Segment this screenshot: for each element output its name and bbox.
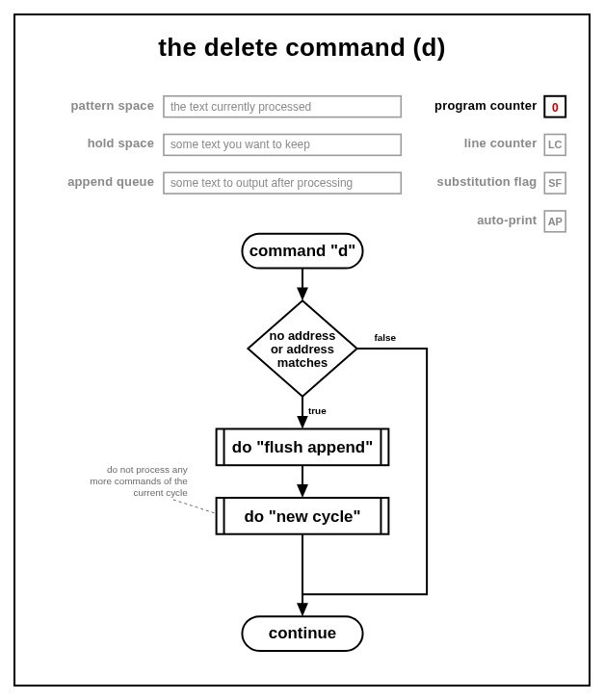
field-value: the text currently processed bbox=[171, 100, 311, 114]
field-value: some text to output after processing bbox=[171, 176, 353, 190]
field-label: append queue bbox=[67, 174, 154, 189]
field-label: pattern space bbox=[71, 98, 155, 113]
register-program-counter: program counter 0 bbox=[434, 96, 565, 117]
annotation-l3: current cycle bbox=[134, 487, 189, 498]
register-code: AP bbox=[548, 216, 563, 227]
flow-start: command "d" bbox=[242, 234, 362, 269]
flow-end-label: continue bbox=[269, 624, 336, 642]
false-label: false bbox=[374, 332, 396, 343]
flow-decision-l1: no address bbox=[270, 328, 336, 343]
diagram-frame: the delete command (d) pattern space the… bbox=[13, 13, 591, 687]
register-line-counter: line counter LC bbox=[464, 135, 565, 156]
flow-decision-l2: or address bbox=[271, 342, 334, 356]
flow-start-label: command "d" bbox=[249, 242, 356, 260]
flow-step-2-label: do "new cycle" bbox=[244, 507, 360, 526]
register-auto-print: auto-print AP bbox=[477, 211, 565, 232]
flow-step-1-label: do "flush append" bbox=[232, 438, 373, 456]
register-label: auto-print bbox=[477, 213, 538, 227]
true-label: true bbox=[308, 405, 327, 416]
diagram-svg: pattern space the text currently process… bbox=[15, 15, 589, 685]
svg-line-16 bbox=[173, 500, 215, 513]
register-code: LC bbox=[548, 139, 563, 150]
flow-step-2: do "new cycle" bbox=[217, 498, 389, 534]
annotation-l2: more commands of the bbox=[90, 476, 188, 486]
flow-decision: no address or address matches bbox=[248, 300, 356, 396]
field-value: some text you want to keep bbox=[171, 138, 310, 151]
annotation-l1: do not process any bbox=[107, 464, 188, 475]
register-label: program counter bbox=[434, 98, 537, 113]
register-label: line counter bbox=[464, 136, 538, 150]
register-label: substitution flag bbox=[437, 174, 538, 189]
field-label: hold space bbox=[88, 136, 154, 150]
field-hold-space: hold space some text you want to keep bbox=[88, 135, 402, 156]
field-append-queue: append queue some text to output after p… bbox=[67, 172, 401, 194]
flow-decision-l3: matches bbox=[277, 355, 328, 370]
flow-end: continue bbox=[242, 616, 362, 651]
field-pattern-space: pattern space the text currently process… bbox=[71, 96, 402, 117]
register-code: SF bbox=[548, 177, 562, 189]
register-substitution-flag: substitution flag SF bbox=[437, 172, 566, 194]
annotation: do not process any more commands of the … bbox=[90, 464, 214, 513]
register-code: 0 bbox=[552, 101, 559, 115]
flow-step-1: do "flush append" bbox=[217, 428, 389, 465]
false-branch bbox=[302, 349, 427, 594]
